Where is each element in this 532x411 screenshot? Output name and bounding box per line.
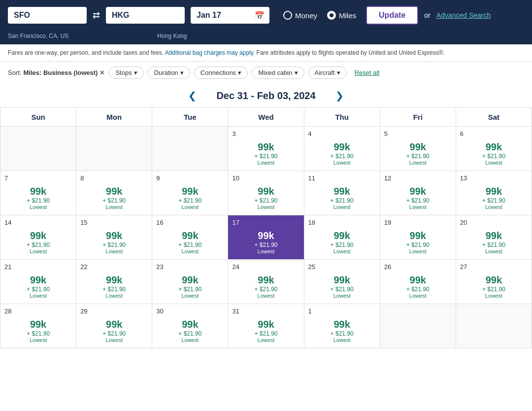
price-miles: 99k — [80, 230, 148, 241]
table-row[interactable]: 31 99k + $21.90 Lowest — [228, 304, 304, 348]
next-month-button[interactable]: ❯ — [335, 90, 344, 102]
table-row[interactable]: 10 99k + $21.90 Lowest — [228, 171, 304, 215]
table-row[interactable]: 1 99k + $21.90 Lowest — [304, 304, 380, 348]
price-label: Lowest — [156, 248, 224, 254]
price-tax: + $21.90 — [232, 286, 299, 293]
calendar-day-header: Fri — [380, 108, 456, 127]
table-row[interactable]: 4 99k + $21.90 Lowest — [304, 127, 380, 171]
sort-clear-icon[interactable]: ✕ — [100, 69, 105, 76]
price-label: Lowest — [4, 293, 72, 299]
table-row[interactable]: 9 99k + $21.90 Lowest — [152, 171, 228, 215]
table-row[interactable]: 23 99k + $21.90 Lowest — [152, 260, 228, 304]
table-row[interactable]: 11 99k + $21.90 Lowest — [304, 171, 380, 215]
price-label: Lowest — [232, 160, 299, 166]
price-tax: + $21.90 — [80, 197, 148, 204]
day-number: 4 — [308, 130, 312, 137]
table-row — [456, 304, 532, 348]
table-row[interactable]: 29 99k + $21.90 Lowest — [76, 304, 152, 348]
table-row — [76, 127, 152, 171]
advanced-search-link[interactable]: Advanced Search — [436, 11, 491, 19]
table-row[interactable]: 8 99k + $21.90 Lowest — [76, 171, 152, 215]
origin-subtitle: San Francisco, CA, US — [8, 33, 68, 39]
destination-input[interactable] — [106, 7, 185, 24]
duration-chevron-icon: ▾ — [180, 69, 184, 76]
sort-chip: Sort: Miles: Business (lowest) ✕ — [8, 69, 105, 76]
prev-month-button[interactable]: ❮ — [188, 90, 197, 102]
price-tax: + $21.90 — [308, 153, 376, 160]
day-number: 19 — [384, 219, 391, 226]
price-tax: + $21.90 — [384, 241, 452, 248]
miles-label: Miles — [339, 11, 356, 20]
day-number: 12 — [384, 174, 391, 182]
day-number: 23 — [156, 263, 163, 271]
table-row[interactable]: 16 99k + $21.90 Lowest — [152, 215, 228, 260]
swap-icon[interactable]: ⇄ — [93, 10, 100, 21]
price-label: Lowest — [4, 248, 72, 254]
fare-notice-text2: Fare attributes apply to flights operate… — [257, 49, 439, 56]
price-tax: + $21.90 — [460, 197, 528, 204]
table-row[interactable]: 7 99k + $21.90 Lowest — [0, 171, 76, 215]
calendar-icon: 📅 — [255, 11, 265, 20]
price-miles: 99k — [4, 319, 72, 330]
price-miles: 99k — [80, 186, 148, 197]
table-row[interactable]: 21 99k + $21.90 Lowest — [0, 260, 76, 304]
calendar-section: ❮ Dec 31 - Feb 03, 2024 ❯ SunMonTueWedTh… — [0, 84, 532, 356]
table-row[interactable]: 20 99k + $21.90 Lowest — [456, 215, 532, 260]
day-number: 27 — [460, 263, 467, 271]
stops-filter[interactable]: Stops ▾ — [109, 67, 143, 79]
table-row[interactable]: 5 99k + $21.90 Lowest — [380, 127, 456, 171]
table-row[interactable]: 26 99k + $21.90 Lowest — [380, 260, 456, 304]
table-row[interactable]: 17 99k + $21.90 Lowest — [228, 215, 304, 260]
miles-radio-label[interactable]: Miles — [327, 11, 356, 20]
calendar-day-header: Sun — [0, 108, 76, 127]
price-miles: 99k — [232, 141, 299, 153]
price-miles: 99k — [308, 274, 376, 286]
date-value: Jan 17 — [197, 11, 221, 19]
connections-label: Connections — [200, 69, 236, 76]
aircraft-filter[interactable]: Aircraft ▾ — [308, 67, 347, 79]
mixed-cabin-label: Mixed cabin — [258, 69, 292, 76]
table-row[interactable]: 14 99k + $21.90 Lowest — [0, 215, 76, 260]
table-row[interactable]: 25 99k + $21.90 Lowest — [304, 260, 380, 304]
table-row[interactable]: 19 99k + $21.90 Lowest — [380, 215, 456, 260]
stops-chevron-icon: ▾ — [134, 69, 137, 76]
price-label: Lowest — [460, 160, 528, 166]
price-miles: 99k — [460, 141, 528, 153]
table-row[interactable]: 15 99k + $21.90 Lowest — [76, 215, 152, 260]
day-number: 8 — [80, 174, 84, 182]
table-row[interactable]: 6 99k + $21.90 Lowest — [456, 127, 532, 171]
day-number: 9 — [156, 174, 160, 182]
price-label: Lowest — [232, 337, 299, 343]
money-radio-label[interactable]: Money — [283, 11, 317, 20]
table-row[interactable]: 24 99k + $21.90 Lowest — [228, 260, 304, 304]
price-label: Lowest — [4, 204, 72, 210]
date-input[interactable]: Jan 17 📅 — [191, 7, 269, 24]
price-tax: + $21.90 — [460, 286, 528, 293]
table-row[interactable]: 12 99k + $21.90 Lowest — [380, 171, 456, 215]
destination-subtitle: Hong Kong — [157, 33, 187, 39]
filter-row: Sort: Miles: Business (lowest) ✕ Stops ▾… — [0, 62, 532, 84]
table-row[interactable]: 13 99k + $21.90 Lowest — [456, 171, 532, 215]
table-row[interactable]: 30 99k + $21.90 Lowest — [152, 304, 228, 348]
price-tax: + $21.90 — [460, 241, 528, 248]
price-tax: + $21.90 — [308, 241, 376, 248]
table-row[interactable]: 3 99k + $21.90 Lowest — [228, 127, 304, 171]
connections-filter[interactable]: Connections ▾ — [194, 67, 248, 79]
bag-charges-link[interactable]: Additional bag charges may apply. — [165, 49, 255, 56]
table-row[interactable]: 28 99k + $21.90 Lowest — [0, 304, 76, 348]
price-miles: 99k — [308, 141, 376, 153]
price-miles: 99k — [80, 274, 148, 286]
update-button[interactable]: Update — [366, 6, 418, 25]
reset-all-link[interactable]: Reset all — [355, 69, 380, 76]
price-tax: + $21.90 — [156, 241, 224, 248]
calendar-nav: ❮ Dec 31 - Feb 03, 2024 ❯ — [0, 84, 532, 107]
mixed-cabin-filter[interactable]: Mixed cabin ▾ — [252, 67, 304, 79]
origin-input[interactable] — [8, 7, 87, 24]
table-row[interactable]: 22 99k + $21.90 Lowest — [76, 260, 152, 304]
duration-filter[interactable]: Duration ▾ — [148, 67, 190, 79]
table-row[interactable]: 27 99k + $21.90 Lowest — [456, 260, 532, 304]
table-row[interactable]: 18 99k + $21.90 Lowest — [304, 215, 380, 260]
day-number: 1 — [308, 308, 312, 315]
table-row — [152, 127, 228, 171]
money-label: Money — [295, 11, 317, 20]
